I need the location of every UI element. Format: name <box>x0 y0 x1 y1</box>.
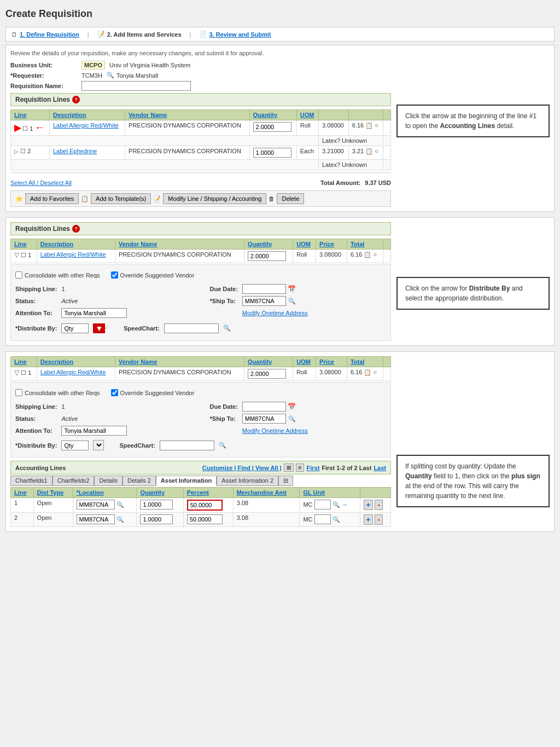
step1-link[interactable]: 1. Define Requisition <box>20 31 79 38</box>
s3-distribute-input[interactable] <box>61 441 89 450</box>
ship-to-search-icon[interactable]: 🔍 <box>288 298 296 305</box>
line2-checkbox[interactable]: ☐ <box>20 148 26 154</box>
acct-col-gl[interactable]: GL Unit <box>300 488 360 498</box>
line1-checkbox[interactable]: ☐ <box>22 125 28 132</box>
s3-modify-onetime-link[interactable]: Modify Onetime Address <box>242 427 386 434</box>
line2-qty-input[interactable] <box>253 148 291 158</box>
step-2[interactable]: 📝 2. Add Items and Services <box>97 31 182 38</box>
s2-expand-arrow[interactable]: ▽ <box>14 251 19 259</box>
delete-button[interactable]: Delete <box>277 193 304 204</box>
s3-distribute-select[interactable]: ▼ <box>93 440 104 450</box>
select-all-link[interactable]: Select All / Deselect All <box>10 179 72 186</box>
s2-col-price[interactable]: Price <box>316 239 347 250</box>
tab-details2[interactable]: Details 2 <box>122 476 156 486</box>
s3-ship-to-search-icon[interactable]: 🔍 <box>288 415 296 422</box>
s3-override-checkbox[interactable] <box>111 389 118 396</box>
acct-row2-qty-input[interactable] <box>140 514 173 524</box>
acct-col-merch[interactable]: Merchandise Amt <box>233 488 300 498</box>
acct-row1-search-icon[interactable]: 🔍 <box>116 501 124 508</box>
tab-chartfields1[interactable]: Chartfields1 <box>10 476 52 486</box>
s2-line1-desc[interactable]: Label Allergic Red/White <box>40 251 106 258</box>
s2-col-total[interactable]: Total <box>347 239 383 250</box>
s3-col-qty[interactable]: Quantity <box>244 357 293 367</box>
acct-row2-plus[interactable]: + <box>364 514 374 525</box>
due-date-input[interactable] <box>242 284 286 294</box>
s3-consolidate-checkbox[interactable] <box>15 389 22 396</box>
grid-icon-btn[interactable]: ⊞ <box>284 464 294 472</box>
s3-col-uom[interactable]: UOM <box>293 357 316 367</box>
s3-col-desc[interactable]: Description <box>37 357 115 367</box>
col-desc[interactable]: Description <box>50 110 125 120</box>
acct-row2-gl-search[interactable]: 🔍 <box>332 516 340 523</box>
s3-ship-to-input[interactable] <box>242 414 286 424</box>
ship-to-input[interactable] <box>242 296 286 306</box>
s3-col-total[interactable]: Total <box>347 357 383 367</box>
s3-speedchart-search-icon[interactable]: 🔍 <box>219 442 226 449</box>
line1-note-icon[interactable]: 📋 <box>365 122 373 129</box>
s3-expand-arrow[interactable]: ▽ <box>14 369 19 377</box>
step-3[interactable]: 📄 3. Review and Submit <box>199 31 271 38</box>
s3-line1-qty[interactable] <box>248 369 286 379</box>
speedchart-input[interactable] <box>164 323 219 333</box>
col-vendor[interactable]: Vendor Name <box>125 110 249 120</box>
col-uom[interactable]: UOM <box>296 110 318 120</box>
s3-col-line[interactable]: Line <box>11 357 37 367</box>
acct-row1-gl-input[interactable] <box>314 500 331 509</box>
tab-asset-info2[interactable]: Asset Information 2 <box>217 476 278 486</box>
line1-qty-input[interactable] <box>253 122 291 132</box>
acct-col-pct[interactable]: Percent <box>183 488 233 498</box>
step-1[interactable]: 🗋 1. Define Requisition <box>11 31 79 38</box>
acct-row2-pct-input[interactable] <box>187 514 223 524</box>
expand-arrow-1[interactable]: ▶ <box>14 123 21 132</box>
acct-row2-search-icon[interactable]: 🔍 <box>116 516 124 523</box>
acct-row1-minus[interactable]: - <box>375 500 382 510</box>
acct-row1-pct-input[interactable] <box>187 500 223 511</box>
tab-details[interactable]: Details <box>94 476 122 486</box>
customize-link[interactable]: Customize | Find | View All | <box>202 465 282 471</box>
expand-arrow-2[interactable]: ▷ <box>14 148 19 154</box>
acct-col-loc[interactable]: *Location <box>73 488 137 498</box>
search-icon-req[interactable]: 🔍 <box>107 72 114 79</box>
acct-row1-plus[interactable]: + <box>364 500 374 510</box>
line2-note-icon[interactable]: 📋 <box>365 148 373 154</box>
line1-desc[interactable]: Label Allergic Red/White <box>53 122 119 129</box>
calendar-icon[interactable]: 📅 <box>288 285 296 293</box>
help-icon-2[interactable]: ? <box>72 225 80 233</box>
line1-circle-icon[interactable]: ○ <box>375 122 378 129</box>
s3-col-price[interactable]: Price <box>316 357 347 367</box>
acct-row2-minus[interactable]: - <box>375 514 382 525</box>
consolidate-checkbox[interactable] <box>15 271 22 279</box>
line2-circle-icon[interactable]: ○ <box>375 148 378 154</box>
attention-input[interactable] <box>61 308 127 318</box>
s2-col-desc[interactable]: Description <box>37 239 115 250</box>
distribute-input[interactable] <box>61 323 89 333</box>
s2-col-uom[interactable]: UOM <box>293 239 316 250</box>
s3-line1-checkbox[interactable]: ☐ <box>21 369 26 376</box>
s3-note-icon[interactable]: 📋 <box>364 369 371 375</box>
acct-col-dist[interactable]: Dist Type <box>33 488 73 498</box>
line2-desc[interactable]: Label Ephedrine <box>53 148 97 154</box>
s3-attention-input[interactable] <box>61 426 127 436</box>
override-checkbox[interactable] <box>111 271 118 279</box>
s2-note-icon[interactable]: 📋 <box>364 251 371 258</box>
list-icon-btn[interactable]: ≡ <box>296 464 305 472</box>
tab-asset-info[interactable]: Asset Information <box>156 476 217 486</box>
col-line[interactable]: Line <box>11 110 50 120</box>
acct-row1-loc-input[interactable] <box>77 500 115 509</box>
s3-due-date-input[interactable] <box>242 402 286 412</box>
acct-row2-loc-input[interactable] <box>77 514 115 524</box>
nav-last[interactable]: Last <box>374 465 386 471</box>
nav-first[interactable]: First <box>306 465 319 471</box>
s2-col-vendor[interactable]: Vendor Name <box>115 239 244 250</box>
speedchart-search-icon[interactable]: 🔍 <box>223 325 231 332</box>
col-qty[interactable]: Quantity <box>249 110 296 120</box>
add-favorites-button[interactable]: Add to Favorites <box>25 193 79 204</box>
tab-icon[interactable]: ⊟ <box>278 476 293 486</box>
s2-line1-checkbox[interactable]: ☐ <box>21 252 26 258</box>
add-template-button[interactable]: Add to Template(s) <box>91 193 151 204</box>
acct-row1-gl-search[interactable]: 🔍 <box>332 501 340 508</box>
tab-chartfields2[interactable]: Chartfields2 <box>52 476 95 486</box>
acct-row1-qty-input[interactable] <box>140 500 173 509</box>
modify-line-button[interactable]: Modify Line / Shipping / Accounting <box>163 193 266 204</box>
s2-line1-qty[interactable] <box>248 251 286 261</box>
